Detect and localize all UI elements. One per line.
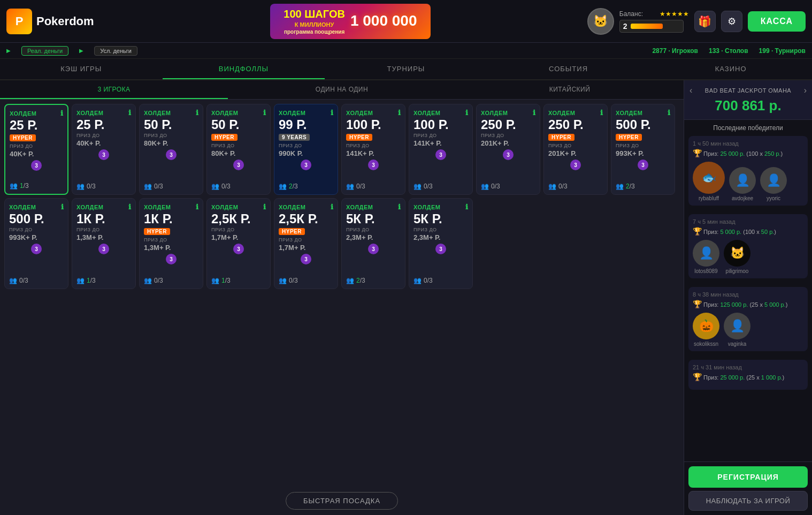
card-prize-label: ПРИЗ ДО [144, 133, 198, 138]
trophy-icon: 🏆 [693, 227, 702, 236]
info-icon[interactable]: ℹ [128, 203, 132, 211]
virtual-money-tab[interactable]: Усл. деньги [94, 46, 137, 56]
info-icon[interactable]: ℹ [196, 203, 199, 211]
player-icon: 👥 [9, 277, 17, 284]
game-card[interactable]: ХОЛДЕМ ℹ 250 Р. HYPER ПРИЗ ДО 201K+ Р. 3… [543, 104, 608, 195]
card-prize: 2,3М+ Р. [346, 233, 401, 241]
info-icon[interactable]: ℹ [398, 203, 401, 211]
card-players: 👥 1/3 [211, 277, 266, 284]
info-icon[interactable]: ℹ [533, 109, 536, 117]
game-card[interactable]: ХОЛДЕМ ℹ 1К Р. HYPER ПРИЗ ДО 1,3М+ Р. 3 … [139, 198, 203, 289]
card-prize-label: ПРИЗ ДО [76, 133, 131, 138]
sub-nav-3players[interactable]: 3 ИГРОКА [0, 80, 228, 99]
banner[interactable]: 100 ШАГОВ К МИЛЛИОНУ программа поощрения… [270, 4, 431, 39]
info-icon[interactable]: ℹ [465, 203, 469, 211]
card-players: 👥 0/3 [76, 183, 131, 190]
card-game-type: ХОЛДЕМ ℹ [413, 109, 468, 117]
info-icon[interactable]: ℹ [263, 109, 266, 117]
winner-name: avdojkee [732, 195, 753, 201]
balance-label: Баланс: [619, 10, 643, 18]
register-button[interactable]: РЕГИСТРАЦИЯ [688, 466, 808, 488]
nav-events[interactable]: СОБЫТИЯ [487, 59, 650, 79]
player-icon: 👥 [10, 182, 18, 190]
avatar[interactable]: 🐱 [587, 8, 614, 35]
card-game-type: ХОЛДЕМ ℹ [144, 203, 198, 211]
watch-button[interactable]: НАБЛЮДАТЬ ЗА ИГРОЙ [688, 491, 808, 511]
game-card[interactable]: ХОЛДЕМ ℹ 2,5К Р. ПРИЗ ДО 1,7М+ Р. 3 👥 1/… [206, 198, 271, 289]
info-icon[interactable]: ℹ [331, 203, 334, 211]
quick-seat-button[interactable]: БЫСТРАЯ ПОСАДКА [286, 492, 398, 510]
nav-windfalls[interactable]: ВИНДФОЛЛЫ [163, 59, 325, 79]
info-icon[interactable]: ℹ [668, 109, 671, 117]
game-grid: ХОЛДЕМ ℹ 25 Р. HYPER ПРИЗ ДО 40K+ Р. 3 👥… [0, 100, 684, 487]
card-game-type: ХОЛДЕМ ℹ [211, 203, 266, 211]
winner-avatars: 🐟 rybabluff 👤 avdojkee 👤 yyoric [693, 162, 803, 201]
info-icon[interactable]: ℹ [465, 109, 469, 117]
settings-button[interactable]: ⚙ [721, 11, 742, 32]
game-card[interactable]: ХОЛДЕМ ℹ 1К Р. ПРИЗ ДО 1,3М+ Р. 3 👥 1/3 [72, 198, 136, 289]
jackpot-prev[interactable]: ‹ [690, 86, 692, 95]
game-card[interactable]: ХОЛДЕМ ℹ 2,5К Р. HYPER ПРИЗ ДО 1,7М+ Р. … [274, 198, 338, 289]
card-badge: HYPER [144, 228, 170, 235]
sub-nav-chinese[interactable]: КИТАЙСКИЙ [456, 80, 684, 99]
real-money-label: Реал. деньги [27, 48, 63, 54]
info-icon[interactable]: ℹ [331, 109, 334, 117]
winner-avatar-wrap: 👤 yyoric [760, 167, 787, 201]
game-card[interactable]: ХОЛДЕМ ℹ 500 Р. HYPER ПРИЗ ДО 993K+ Р. 3… [611, 104, 675, 195]
card-prize: 993K+ Р. [9, 233, 64, 241]
card-prize: 80K+ Р. [211, 149, 266, 157]
sidebar-actions: РЕГИСТРАЦИЯ НАБЛЮДАТЬ ЗА ИГРОЙ [684, 461, 812, 515]
card-game-type: ХОЛДЕМ ℹ [211, 109, 266, 117]
real-money-tab[interactable]: Реал. деньги [21, 46, 68, 56]
logo-icon: P [6, 9, 32, 34]
winner-time: 1 ч 50 мин назад [693, 140, 803, 147]
nav-casino[interactable]: КАЗИНО [649, 59, 812, 79]
game-card[interactable]: ХОЛДЕМ ℹ 100 Р. HYPER ПРИЗ ДО 141K+ Р. 3… [341, 104, 405, 195]
gift-button[interactable]: 🎁 [694, 11, 716, 32]
game-card[interactable]: ХОЛДЕМ ℹ 100 Р. ПРИЗ ДО 141K+ Р. 3 👥 0/3 [409, 104, 473, 195]
info-icon[interactable]: ℹ [398, 109, 401, 117]
info-icon[interactable]: ℹ [600, 109, 603, 117]
game-card[interactable]: ХОЛДЕМ ℹ 25 Р. HYPER ПРИЗ ДО 40K+ Р. 3 👥… [4, 104, 68, 195]
info-icon[interactable]: ℹ [196, 109, 199, 117]
winner-avatar: 👤 [693, 240, 719, 267]
game-card[interactable]: ХОЛДЕМ ℹ 99 Р. 9 YEARS ПРИЗ ДО 990K Р. 3… [274, 104, 338, 195]
player-icon: 👥 [548, 183, 556, 190]
jackpot-title: BAD BEAT JACKPOT OMAHA [705, 87, 791, 94]
game-card[interactable]: ХОЛДЕМ ℹ 5К Р. ПРИЗ ДО 2,3М+ Р. 3 👥 0/3 [409, 198, 473, 289]
sub-nav-heads-up[interactable]: ОДИН НА ОДИН [228, 80, 456, 99]
nav-tournaments[interactable]: ТУРНИРЫ [325, 59, 487, 79]
header-right: 🐱 Баланс: ★★★★★ 2 🎁 ⚙ КАССА [587, 8, 806, 35]
player-circle: 3 [233, 244, 244, 254]
card-players: 👥 2/3 [279, 183, 333, 190]
game-card[interactable]: ХОЛДЕМ ℹ 5К Р. ПРИЗ ДО 2,3М+ Р. 3 👥 2/3 [341, 198, 405, 289]
card-game-type: ХОЛДЕМ ℹ [548, 109, 603, 117]
card-prize-label: ПРИЗ ДО [279, 143, 333, 148]
card-prize-label: ПРИЗ ДО [211, 227, 266, 232]
jackpot-next[interactable]: › [804, 86, 807, 95]
card-badge: HYPER [616, 134, 642, 141]
jackpot-nav: ‹ BAD BEAT JACKPOT OMAHA › [690, 86, 807, 95]
info-icon[interactable]: ℹ [263, 203, 266, 211]
info-icon[interactable]: ℹ [61, 203, 64, 211]
player-count: 0/3 [19, 277, 28, 284]
info-icon[interactable]: ℹ [60, 109, 64, 117]
info-icon[interactable]: ℹ [128, 109, 132, 117]
game-card[interactable]: ХОЛДЕМ ℹ 250 Р. ПРИЗ ДО 201K+ Р. 3 👥 0/3 [476, 104, 540, 195]
winner-avatar-wrap: 🎃 sokolikssn [693, 313, 719, 347]
game-card[interactable]: ХОЛДЕМ ℹ 50 Р. HYPER ПРИЗ ДО 80K+ Р. 3 👥… [206, 104, 271, 195]
kassa-button[interactable]: КАССА [748, 11, 806, 32]
player-icon: 👥 [211, 277, 219, 284]
player-icon: 👥 [279, 277, 287, 284]
content-area: 3 ИГРОКА ОДИН НА ОДИН КИТАЙСКИЙ ХОЛДЕМ ℹ… [0, 80, 812, 515]
game-card[interactable]: ХОЛДЕМ ℹ 500 Р. ПРИЗ ДО 993K+ Р. 3 👥 0/3 [4, 198, 68, 289]
game-card[interactable]: ХОЛДЕМ ℹ 25 Р. ПРИЗ ДО 40K+ Р. 3 👥 0/3 [72, 104, 136, 195]
card-players: 👥 0/3 [211, 183, 266, 190]
winner-prize: 🏆 Приз: 5 000 р. (100 х 50 р.) [693, 227, 803, 236]
nav-cash-games[interactable]: КЭШ ИГРЫ [0, 59, 163, 79]
card-players: 👥 0/3 [413, 183, 468, 190]
game-card[interactable]: ХОЛДЕМ ℹ 50 Р. ПРИЗ ДО 80K+ Р. 3 👥 0/3 [139, 104, 203, 195]
card-game-type: ХОЛДЕМ ℹ [279, 109, 333, 117]
card-game-type: ХОЛДЕМ ℹ [76, 109, 131, 117]
player-icon: 👥 [346, 183, 354, 190]
